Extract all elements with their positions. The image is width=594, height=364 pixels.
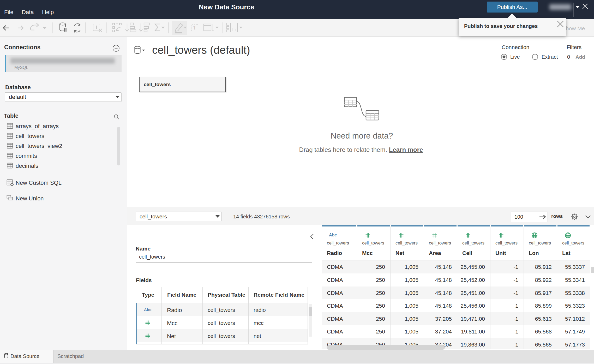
svg-text:T: T <box>193 25 196 31</box>
